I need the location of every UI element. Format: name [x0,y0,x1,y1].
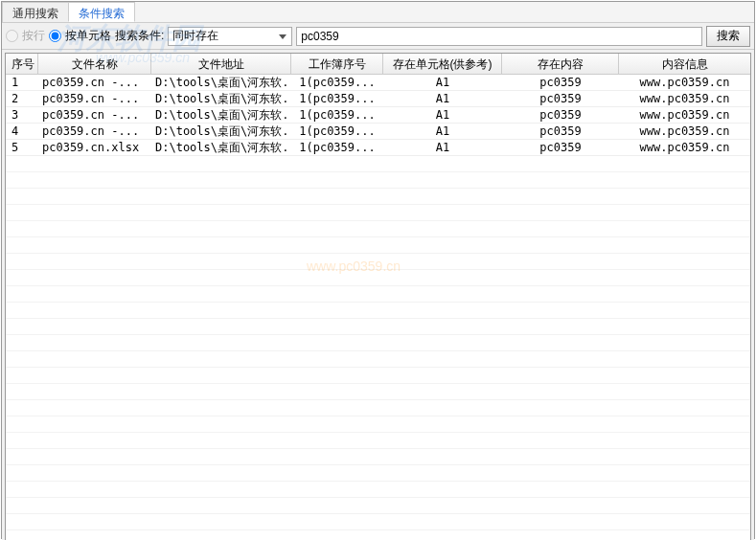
radio-by-row-label: 按行 [22,28,45,44]
cell-c5: pc0359 [502,76,619,89]
empty-row [6,156,750,172]
search-condition-combo[interactable]: 同时存在 [168,27,292,46]
cell-c0: 3 [6,108,38,122]
empty-row [6,498,750,514]
cell-c1: pc0359.cn.xlsx [38,141,151,154]
cell-c4: A1 [383,92,502,105]
cell-c5: pc0359 [502,124,619,138]
empty-row [6,433,750,449]
cell-c6: www.pc0359.cn [619,141,750,154]
col-filename[interactable]: 文件名称 [38,54,151,74]
empty-row [6,319,750,335]
cell-c5: pc0359 [502,92,619,105]
radio-by-cell[interactable]: 按单元格 [49,28,111,44]
empty-row [6,303,750,319]
radio-by-cell-label: 按单元格 [65,28,111,44]
search-input[interactable]: pc0359 [296,27,702,46]
table-row[interactable]: 2pc0359.cn -...D:\tools\桌面\河东软...1(pc035… [6,91,750,107]
cell-c2: D:\tools\桌面\河东软... [151,75,291,91]
col-index[interactable]: 序号 [6,54,38,74]
cell-c3: 1(pc0359... [291,76,383,89]
empty-row [6,189,750,205]
col-info[interactable]: 内容信息 [619,54,750,74]
cell-c4: A1 [383,108,502,122]
empty-row [6,205,750,221]
empty-row [6,530,750,540]
tab-conditional-search[interactable]: 条件搜索 [68,2,135,22]
search-button-label: 搜索 [717,28,740,44]
cell-c0: 1 [6,76,38,89]
empty-row [6,449,750,465]
tab-general-search[interactable]: 通用搜索 [2,2,69,22]
table-row[interactable]: 1pc0359.cn -...D:\tools\桌面\河东软...1(pc035… [6,75,750,91]
cell-c1: pc0359.cn -... [38,76,151,89]
cell-c3: 1(pc0359... [291,108,383,122]
table-row[interactable]: 3pc0359.cn -...D:\tools\桌面\河东软...1(pc035… [6,107,750,124]
empty-row [6,514,750,530]
cell-c6: www.pc0359.cn [619,108,750,122]
col-cell-ref[interactable]: 存在单元格(供参考) [383,54,502,74]
content-area: 序号 文件名称 文件地址 工作簿序号 存在单元格(供参考) 存在内容 内容信息 … [2,50,754,540]
empty-row [6,351,750,368]
search-button[interactable]: 搜索 [706,26,750,47]
cell-c0: 5 [6,141,38,154]
empty-row [6,221,750,237]
grid-body[interactable]: 1pc0359.cn -...D:\tools\桌面\河东软...1(pc035… [6,75,750,540]
grid-header: 序号 文件名称 文件地址 工作簿序号 存在单元格(供参考) 存在内容 内容信息 [6,54,750,75]
results-grid: 序号 文件名称 文件地址 工作簿序号 存在单元格(供参考) 存在内容 内容信息 … [5,53,751,540]
col-found-content[interactable]: 存在内容 [502,54,619,74]
empty-row [6,400,750,416]
search-input-value: pc0359 [301,30,338,43]
search-condition-label: 搜索条件: [115,28,164,44]
cell-c1: pc0359.cn -... [38,124,151,138]
cell-c5: pc0359 [502,141,619,154]
cell-c4: A1 [383,141,502,154]
table-row[interactable]: 5pc0359.cn.xlsxD:\tools\桌面\河东软...1(pc035… [6,140,750,156]
empty-row [6,254,750,270]
cell-c6: www.pc0359.cn [619,92,750,105]
cell-c0: 4 [6,124,38,138]
empty-row [6,368,750,384]
col-workbook-index[interactable]: 工作簿序号 [291,54,383,74]
empty-row [6,270,750,286]
empty-row [6,384,750,400]
empty-row [6,335,750,351]
tab-bar: 通用搜索 条件搜索 [2,2,754,23]
cell-c1: pc0359.cn -... [38,108,151,122]
cell-c2: D:\tools\桌面\河东软... [151,140,291,156]
cell-c6: www.pc0359.cn [619,124,750,138]
cell-c4: A1 [383,76,502,89]
empty-row [6,416,750,433]
cell-c3: 1(pc0359... [291,124,383,138]
table-row[interactable]: 4pc0359.cn -...D:\tools\桌面\河东软...1(pc035… [6,124,750,140]
cell-c2: D:\tools\桌面\河东软... [151,91,291,107]
cell-c2: D:\tools\桌面\河东软... [151,107,291,124]
cell-c6: www.pc0359.cn [619,76,750,89]
empty-row [6,465,750,482]
empty-row [6,172,750,189]
cell-c5: pc0359 [502,108,619,122]
cell-c3: 1(pc0359... [291,141,383,154]
radio-by-cell-input[interactable] [49,30,61,42]
radio-by-row[interactable]: 按行 [6,28,45,44]
empty-row [6,286,750,303]
empty-row [6,237,750,254]
radio-by-row-input[interactable] [6,30,18,42]
empty-row [6,482,750,498]
cell-c2: D:\tools\桌面\河东软... [151,124,291,140]
search-condition-value: 同时存在 [172,28,218,44]
cell-c1: pc0359.cn -... [38,92,151,105]
col-filepath[interactable]: 文件地址 [151,54,291,74]
search-toolbar: 按行 按单元格 搜索条件: 同时存在 pc0359 搜索 [2,23,754,50]
cell-c0: 2 [6,92,38,105]
cell-c4: A1 [383,124,502,138]
cell-c3: 1(pc0359... [291,92,383,105]
